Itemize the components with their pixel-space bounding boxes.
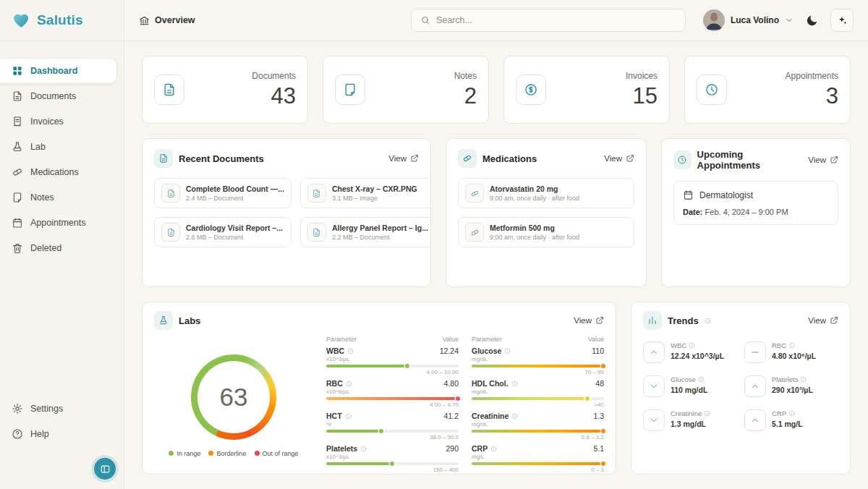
document-item[interactable]: Allergy Panel Report – Ig... 2.2 MB – Do… (300, 217, 431, 247)
lab-row-top: HDL Chol. 48 (472, 379, 604, 388)
info-icon[interactable] (698, 376, 705, 383)
sidebar-item[interactable]: Lab (0, 135, 116, 159)
lab-range-bar (326, 430, 459, 433)
bar-chart-icon (647, 315, 658, 326)
appointment-header: Dermatologist (683, 190, 829, 200)
stat-icon (162, 82, 176, 97)
user-menu[interactable]: Luca Volino (703, 9, 793, 31)
info-icon[interactable] (345, 413, 352, 420)
medication-item[interactable]: Metformin 500 mg 9:00 am, once daily · a… (458, 217, 634, 247)
info-icon[interactable] (511, 380, 518, 387)
sidebar-item-icon (12, 217, 23, 229)
view-appointments-link[interactable]: View (808, 156, 838, 164)
info-icon[interactable] (346, 380, 352, 387)
sidebar-item-icon (12, 192, 23, 203)
trend-text: Glucose 110 mg/dL (671, 375, 707, 394)
lab-parameter-value: 110 (592, 346, 604, 355)
trend-name: Glucose (671, 375, 696, 383)
sidebar-item[interactable]: Invoices (0, 109, 116, 134)
assistant-button[interactable] (830, 9, 854, 32)
document-item[interactable]: Cardiology Visit Report –... 2.6 MB – Do… (154, 217, 292, 247)
lab-parameter-value: 41.2 (444, 412, 459, 420)
external-link-icon (410, 154, 419, 163)
labs-table-header: Parameter Value (472, 336, 604, 343)
info-icon[interactable] (511, 413, 518, 420)
sidebar-toggle-button[interactable] (94, 458, 116, 480)
lab-parameter-value: 4.80 (444, 379, 459, 388)
sidebar-item[interactable]: Documents (0, 84, 116, 109)
sidebar-item-icon (12, 428, 23, 440)
lab-row-top: Glucose 110 (472, 346, 604, 355)
sidebar-item[interactable]: Medications (0, 160, 116, 184)
document-item[interactable]: Chest X-ray – CXR.PNG 3.1 MB – image (300, 178, 431, 208)
info-icon[interactable] (347, 348, 354, 354)
info-icon[interactable] (800, 376, 807, 383)
sidebar-item[interactable]: Help (0, 422, 116, 446)
info-icon[interactable] (704, 410, 710, 417)
lab-parameter-name: Platelets (326, 444, 357, 453)
trend-item: Glucose 110 mg/dL (643, 375, 737, 397)
sidebar-item-icon (12, 116, 23, 127)
brand-name: Salutis (37, 12, 83, 28)
sidebar-nav: Dashboard Documents Invoices Lab (0, 41, 124, 261)
info-icon[interactable] (490, 446, 497, 452)
document-item[interactable]: Complete Blood Count —... 2.4 MB – Docum… (154, 178, 292, 208)
info-icon[interactable] (788, 410, 795, 417)
info-icon[interactable] (504, 348, 511, 354)
medications-card: Medications View Atorvastatin 20 mg 9:00 (446, 138, 647, 287)
stat-value: 3 (826, 84, 838, 109)
lab-range-bar (472, 462, 604, 465)
appointment-item[interactable]: Dermatologist Date: Feb. 4, 2024 – 9:00 … (673, 181, 838, 225)
view-documents-link[interactable]: View (388, 154, 419, 163)
lab-unit: mg/L (472, 454, 604, 460)
external-link-icon (626, 154, 634, 163)
trend-value: 110 mg/dL (671, 386, 707, 394)
trend-item: WBC 12.24 x10^3/µL (643, 341, 737, 363)
view-labs-link[interactable]: View (574, 316, 604, 325)
sidebar-item[interactable]: Appointments (0, 211, 116, 235)
info-icon[interactable] (705, 318, 711, 324)
trend-text: Platelets 290 x10³/µL (772, 375, 813, 394)
card-header: Medications View (458, 149, 634, 168)
lab-reference-range: 38.0 – 50.0 (326, 434, 459, 441)
stat-card: Documents 43 (142, 56, 308, 124)
trend-direction-box (744, 375, 766, 397)
trend-name: WBC (671, 341, 686, 349)
sidebar-item[interactable]: Notes (0, 185, 116, 210)
dark-mode-toggle-icon[interactable] (805, 14, 819, 27)
topbar: Overview Luca Volino (124, 0, 868, 41)
info-icon[interactable] (788, 342, 795, 349)
file-icon (166, 189, 176, 198)
value-header: Value (443, 336, 459, 343)
medications-list: Atorvastatin 20 mg 9:00 am, once daily ·… (458, 178, 634, 247)
lab-range-bar (326, 462, 459, 465)
info-icon[interactable] (360, 446, 367, 452)
view-trends-link[interactable]: View (808, 316, 838, 325)
card-title: Trends (668, 315, 699, 326)
trend-direction-box (744, 341, 766, 363)
sidebar-item[interactable]: Settings (0, 396, 116, 421)
medication-item[interactable]: Atorvastatin 20 mg 9:00 am, once daily ·… (458, 178, 634, 208)
medication-text: Atorvastatin 20 mg 9:00 am, once daily ·… (490, 184, 627, 202)
lab-row: Platelets 290 x10^3/µL 150 – 400 (326, 444, 459, 473)
external-link-icon (830, 316, 838, 325)
lab-row-top: RBC 4.80 (326, 379, 459, 388)
lab-row: RBC 4.80 x10^6/µL 4.00 – 4.70 (326, 379, 459, 408)
breadcrumb[interactable]: Overview (139, 15, 195, 26)
trend-value: 12.24 x10^3/µL (671, 352, 724, 360)
view-medications-link[interactable]: View (604, 154, 634, 163)
lab-reference-range: >40 (472, 401, 604, 408)
sidebar-item[interactable]: Deleted (0, 236, 116, 260)
lab-reference-range: 4.00 – 4.70 (326, 401, 459, 408)
user-avatar[interactable] (703, 9, 725, 31)
brand: Salutis (0, 0, 124, 41)
lab-unit: x10^3/µL (326, 454, 459, 460)
search-input[interactable] (436, 15, 676, 25)
lab-range-fill (472, 397, 588, 400)
sidebar-item-icon (12, 65, 23, 77)
heart-logo-icon (12, 11, 31, 30)
info-icon[interactable] (689, 342, 695, 349)
sidebar-item[interactable]: Dashboard (0, 59, 116, 83)
stat-icon-box (516, 75, 546, 105)
search-box[interactable] (411, 9, 686, 32)
